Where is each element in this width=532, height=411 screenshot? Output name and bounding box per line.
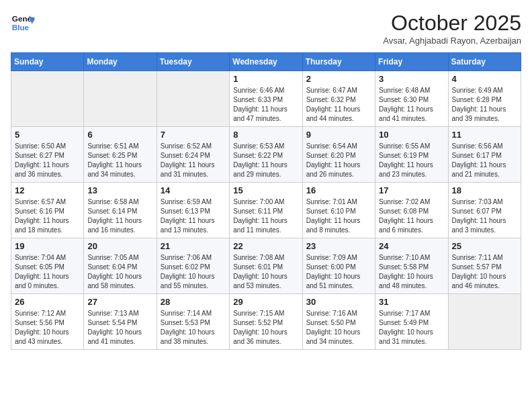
calendar-cell: 10Sunrise: 6:55 AMSunset: 6:19 PMDayligh… <box>375 127 448 183</box>
calendar-week-row: 26Sunrise: 7:12 AMSunset: 5:56 PMDayligh… <box>11 294 521 350</box>
calendar-cell: 16Sunrise: 7:01 AMSunset: 6:10 PMDayligh… <box>302 183 375 238</box>
day-number: 14 <box>161 185 226 195</box>
month-title: October 2025 <box>383 11 521 36</box>
day-info: Sunrise: 7:03 AMSunset: 6:07 PMDaylight:… <box>452 197 517 235</box>
day-info: Sunrise: 6:47 AMSunset: 6:32 PMDaylight:… <box>306 86 371 124</box>
calendar-cell: 4Sunrise: 6:49 AMSunset: 6:28 PMDaylight… <box>448 71 521 127</box>
calendar-cell: 1Sunrise: 6:46 AMSunset: 6:33 PMDaylight… <box>230 71 302 127</box>
day-info: Sunrise: 6:46 AMSunset: 6:33 PMDaylight:… <box>233 86 298 124</box>
calendar-table: SundayMondayTuesdayWednesdayThursdayFrid… <box>11 52 521 350</box>
calendar-cell: 20Sunrise: 7:05 AMSunset: 6:04 PMDayligh… <box>84 238 157 294</box>
calendar-cell: 22Sunrise: 7:08 AMSunset: 6:01 PMDayligh… <box>230 238 302 294</box>
day-info: Sunrise: 7:08 AMSunset: 6:01 PMDaylight:… <box>233 253 298 291</box>
day-number: 22 <box>233 241 298 251</box>
day-info: Sunrise: 6:57 AMSunset: 6:16 PMDaylight:… <box>15 197 80 235</box>
calendar-cell: 19Sunrise: 7:04 AMSunset: 6:05 PMDayligh… <box>11 238 84 294</box>
day-info: Sunrise: 6:49 AMSunset: 6:28 PMDaylight:… <box>452 86 517 124</box>
calendar-cell: 7Sunrise: 6:52 AMSunset: 6:24 PMDaylight… <box>157 127 229 183</box>
day-info: Sunrise: 6:56 AMSunset: 6:17 PMDaylight:… <box>452 142 517 179</box>
day-number: 28 <box>161 297 226 307</box>
calendar-cell: 23Sunrise: 7:09 AMSunset: 6:00 PMDayligh… <box>302 238 375 294</box>
day-info: Sunrise: 7:04 AMSunset: 6:05 PMDaylight:… <box>15 253 80 291</box>
day-number: 19 <box>15 241 80 251</box>
location: Avsar, Aghjabadi Rayon, Azerbaijan <box>383 36 521 46</box>
day-info: Sunrise: 7:11 AMSunset: 5:57 PMDaylight:… <box>452 253 517 291</box>
day-info: Sunrise: 7:09 AMSunset: 6:00 PMDaylight:… <box>306 253 371 291</box>
day-number: 12 <box>15 185 80 195</box>
day-number: 24 <box>379 241 444 251</box>
logo-icon: General Blue <box>11 11 35 35</box>
day-info: Sunrise: 6:58 AMSunset: 6:14 PMDaylight:… <box>87 197 152 235</box>
weekday-header-row: SundayMondayTuesdayWednesdayThursdayFrid… <box>11 53 521 71</box>
logo: General Blue <box>11 11 35 35</box>
day-info: Sunrise: 7:02 AMSunset: 6:08 PMDaylight:… <box>379 197 444 235</box>
weekday-header-saturday: Saturday <box>448 53 521 71</box>
calendar-cell: 5Sunrise: 6:50 AMSunset: 6:27 PMDaylight… <box>11 127 84 183</box>
calendar-cell: 24Sunrise: 7:10 AMSunset: 5:58 PMDayligh… <box>375 238 448 294</box>
calendar-cell: 3Sunrise: 6:48 AMSunset: 6:30 PMDaylight… <box>375 71 448 127</box>
day-number: 11 <box>452 130 517 140</box>
day-info: Sunrise: 7:10 AMSunset: 5:58 PMDaylight:… <box>379 253 444 291</box>
day-number: 20 <box>87 241 152 251</box>
day-number: 17 <box>379 185 444 195</box>
calendar-cell: 31Sunrise: 7:17 AMSunset: 5:49 PMDayligh… <box>375 294 448 350</box>
calendar-cell: 11Sunrise: 6:56 AMSunset: 6:17 PMDayligh… <box>448 127 521 183</box>
weekday-header-friday: Friday <box>375 53 448 71</box>
day-number: 9 <box>306 130 371 140</box>
day-number: 5 <box>15 130 80 140</box>
calendar-cell: 2Sunrise: 6:47 AMSunset: 6:32 PMDaylight… <box>302 71 375 127</box>
title-block: October 2025 Avsar, Aghjabadi Rayon, Aze… <box>383 11 521 46</box>
weekday-header-thursday: Thursday <box>302 53 375 71</box>
weekday-header-wednesday: Wednesday <box>230 53 302 71</box>
calendar-cell: 14Sunrise: 6:59 AMSunset: 6:13 PMDayligh… <box>157 183 229 238</box>
day-number: 1 <box>233 74 298 84</box>
day-info: Sunrise: 7:06 AMSunset: 6:02 PMDaylight:… <box>161 253 226 291</box>
day-number: 26 <box>15 297 80 307</box>
calendar-cell <box>84 71 157 127</box>
day-number: 10 <box>379 130 444 140</box>
day-number: 16 <box>306 185 371 195</box>
day-number: 27 <box>87 297 152 307</box>
day-info: Sunrise: 6:51 AMSunset: 6:25 PMDaylight:… <box>87 142 152 179</box>
calendar-cell: 12Sunrise: 6:57 AMSunset: 6:16 PMDayligh… <box>11 183 84 238</box>
day-number: 4 <box>452 74 517 84</box>
calendar-cell: 13Sunrise: 6:58 AMSunset: 6:14 PMDayligh… <box>84 183 157 238</box>
svg-text:Blue: Blue <box>12 23 30 32</box>
weekday-header-monday: Monday <box>84 53 157 71</box>
day-number: 25 <box>452 241 517 251</box>
day-number: 18 <box>452 185 517 195</box>
calendar-cell: 25Sunrise: 7:11 AMSunset: 5:57 PMDayligh… <box>448 238 521 294</box>
day-info: Sunrise: 6:55 AMSunset: 6:19 PMDaylight:… <box>379 142 444 179</box>
day-info: Sunrise: 7:00 AMSunset: 6:11 PMDaylight:… <box>233 197 298 235</box>
day-number: 7 <box>161 130 226 140</box>
calendar-cell: 18Sunrise: 7:03 AMSunset: 6:07 PMDayligh… <box>448 183 521 238</box>
day-info: Sunrise: 7:15 AMSunset: 5:52 PMDaylight:… <box>233 309 298 347</box>
day-info: Sunrise: 6:59 AMSunset: 6:13 PMDaylight:… <box>161 197 226 235</box>
calendar-cell <box>157 71 229 127</box>
day-number: 29 <box>233 297 298 307</box>
calendar-cell: 9Sunrise: 6:54 AMSunset: 6:20 PMDaylight… <box>302 127 375 183</box>
day-info: Sunrise: 7:14 AMSunset: 5:53 PMDaylight:… <box>161 309 226 347</box>
day-number: 2 <box>306 74 371 84</box>
day-number: 31 <box>379 297 444 307</box>
day-number: 30 <box>306 297 371 307</box>
day-number: 23 <box>306 241 371 251</box>
day-info: Sunrise: 6:48 AMSunset: 6:30 PMDaylight:… <box>379 86 444 124</box>
day-info: Sunrise: 7:12 AMSunset: 5:56 PMDaylight:… <box>15 309 80 347</box>
day-number: 21 <box>161 241 226 251</box>
calendar-cell <box>11 71 84 127</box>
calendar-cell: 6Sunrise: 6:51 AMSunset: 6:25 PMDaylight… <box>84 127 157 183</box>
calendar-week-row: 1Sunrise: 6:46 AMSunset: 6:33 PMDaylight… <box>11 71 521 127</box>
day-number: 8 <box>233 130 298 140</box>
day-number: 6 <box>87 130 152 140</box>
calendar-week-row: 5Sunrise: 6:50 AMSunset: 6:27 PMDaylight… <box>11 127 521 183</box>
page-header: General Blue October 2025 Avsar, Aghjaba… <box>11 11 521 46</box>
calendar-cell: 30Sunrise: 7:16 AMSunset: 5:50 PMDayligh… <box>302 294 375 350</box>
day-info: Sunrise: 6:54 AMSunset: 6:20 PMDaylight:… <box>306 142 371 179</box>
day-number: 3 <box>379 74 444 84</box>
day-info: Sunrise: 7:05 AMSunset: 6:04 PMDaylight:… <box>87 253 152 291</box>
day-number: 13 <box>87 185 152 195</box>
day-info: Sunrise: 7:13 AMSunset: 5:54 PMDaylight:… <box>87 309 152 347</box>
calendar-cell: 29Sunrise: 7:15 AMSunset: 5:52 PMDayligh… <box>230 294 302 350</box>
calendar-cell: 27Sunrise: 7:13 AMSunset: 5:54 PMDayligh… <box>84 294 157 350</box>
